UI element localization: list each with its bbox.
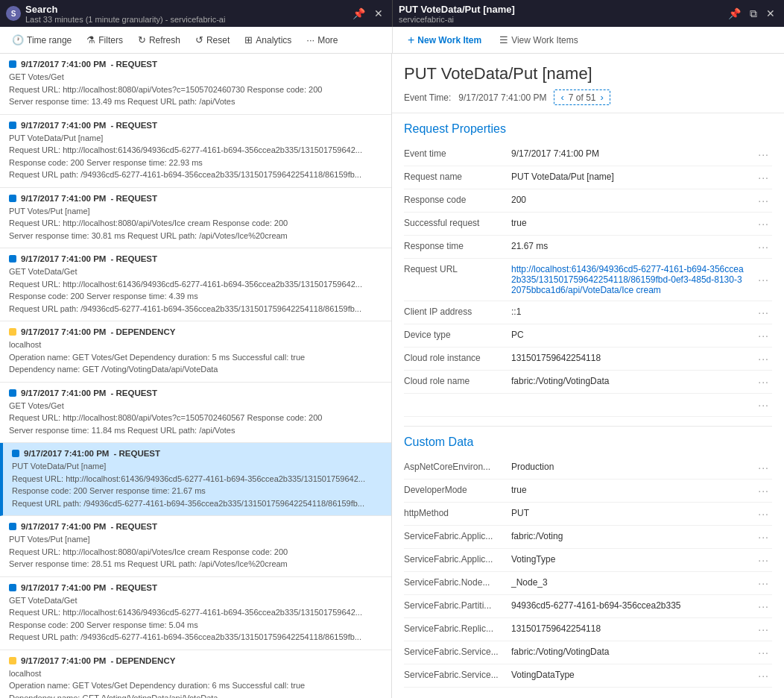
prop-menu-button[interactable]: ··· <box>758 148 769 160</box>
right-window-titlebar: PUT VoteData/Put [name] servicefabric-ai… <box>392 0 784 27</box>
prop-actions[interactable]: ··· <box>750 503 772 526</box>
prop-label: Request URL <box>404 259 508 301</box>
prop-actions[interactable]: ··· <box>750 664 772 688</box>
nav-next-button[interactable]: › <box>599 92 605 103</box>
prop-menu-button[interactable]: ··· <box>758 274 769 286</box>
prop-actions[interactable]: ··· <box>750 526 772 549</box>
item-timestamp: 9/17/2017 7:41:00 PM <box>21 254 106 263</box>
prop-label: ServiceFabric.Node... <box>404 572 508 595</box>
prop-actions[interactable]: ··· <box>750 213 772 236</box>
more-menu-button[interactable]: ··· <box>758 399 769 411</box>
prop-actions[interactable]: ··· <box>750 549 772 572</box>
left-window-title: Search <box>25 4 225 15</box>
reset-button[interactable]: ↺ Reset <box>189 31 235 48</box>
search-result-item[interactable]: 9/17/2017 7:41:00 PM - REQUEST PUT Votes… <box>0 188 391 249</box>
search-result-item[interactable]: 9/17/2017 7:41:00 PM - REQUEST GET Votes… <box>0 383 391 444</box>
prop-value-text: PUT <box>511 508 529 518</box>
prop-value-text: true <box>511 485 527 495</box>
prop-menu-button[interactable]: ··· <box>758 600 769 612</box>
prop-value: Production <box>508 456 750 480</box>
prop-actions[interactable]: ··· <box>750 595 772 618</box>
search-result-item[interactable]: 9/17/2017 7:41:00 PM - REQUEST GET Votes… <box>0 54 391 115</box>
more-button[interactable]: ··· More <box>300 31 344 48</box>
prop-actions[interactable]: ··· <box>750 572 772 595</box>
search-result-item[interactable]: 9/17/2017 7:41:00 PM - REQUEST GET VoteD… <box>0 248 391 321</box>
prop-actions[interactable]: ··· <box>750 189 772 213</box>
prop-label: Successful request <box>404 213 508 236</box>
prop-link[interactable]: http://localhost:61436/94936cd5-6277-416… <box>511 264 744 295</box>
prop-actions[interactable]: ··· <box>750 301 772 324</box>
prop-menu-button[interactable]: ··· <box>758 485 769 497</box>
item-badge <box>9 255 16 262</box>
prop-menu-button[interactable]: ··· <box>758 306 769 318</box>
prop-menu-button[interactable]: ··· <box>758 462 769 474</box>
prop-menu-button[interactable]: ··· <box>758 195 769 207</box>
prop-actions[interactable]: ··· <box>750 143 772 166</box>
item-line1: GET Votes/Get <box>9 71 382 84</box>
prop-actions[interactable]: ··· <box>750 456 772 480</box>
prop-actions[interactable]: ··· <box>750 348 772 371</box>
prop-menu-button[interactable]: ··· <box>758 376 769 388</box>
left-toolbar: 🕐 Time range ⚗ Filters ↻ Refresh ↺ Reset… <box>0 27 392 54</box>
time-range-button[interactable]: 🕐 Time range <box>6 31 78 48</box>
view-work-items-button[interactable]: ☰ View Work Items <box>493 31 584 48</box>
prop-label: Request name <box>404 166 508 189</box>
search-result-item[interactable]: 9/17/2017 7:41:00 PM - REQUEST PUT Votes… <box>0 516 391 577</box>
prop-label: ServiceFabric.Service... <box>404 641 508 664</box>
prop-value: true <box>508 213 750 236</box>
item-badge <box>9 195 16 202</box>
right-restore-button[interactable]: ⧉ <box>747 6 760 22</box>
right-pin-button[interactable]: 📌 <box>725 6 744 22</box>
search-result-item[interactable]: 9/17/2017 7:41:00 PM - REQUEST PUT VoteD… <box>0 115 391 188</box>
prop-row: ServiceFabric.Service... fabric:/Voting/… <box>404 641 772 664</box>
left-close-button[interactable]: ✕ <box>371 6 386 21</box>
refresh-button[interactable]: ↻ Refresh <box>132 31 186 48</box>
prop-menu-button[interactable]: ··· <box>758 554 769 566</box>
right-close-button[interactable]: ✕ <box>763 6 778 22</box>
item-line3: Response code: 200 Server response time:… <box>12 485 382 497</box>
search-result-item[interactable]: 9/17/2017 7:41:00 PM - REQUEST PUT VoteD… <box>0 443 391 516</box>
prop-value-text: true <box>511 218 527 228</box>
prop-menu-button[interactable]: ··· <box>758 353 769 365</box>
item-header: 9/17/2017 7:41:00 PM - REQUEST <box>9 583 382 592</box>
item-line3: Dependency name: GET /Voting/VotingData/… <box>9 363 382 376</box>
prop-value-text: _Node_3 <box>511 577 548 588</box>
prop-menu-button[interactable]: ··· <box>758 577 769 589</box>
prop-menu-button[interactable]: ··· <box>758 508 769 520</box>
prop-actions[interactable]: ··· <box>750 480 772 503</box>
prop-actions[interactable]: ··· <box>750 324 772 348</box>
prop-menu-button[interactable]: ··· <box>758 670 769 682</box>
search-result-item[interactable]: 9/17/2017 7:41:00 PM - DEPENDENCY localh… <box>0 321 391 383</box>
right-window-title: PUT VoteData/Put [name] <box>399 4 515 15</box>
analytics-button[interactable]: ⊞ Analytics <box>238 31 297 48</box>
prop-actions[interactable]: ··· <box>750 371 772 394</box>
prop-menu-button[interactable]: ··· <box>758 531 769 543</box>
prop-menu-button[interactable]: ··· <box>758 647 769 658</box>
prop-row: Client IP address ::1 ··· <box>404 301 772 324</box>
search-result-item[interactable]: 9/17/2017 7:41:00 PM - DEPENDENCY localh… <box>0 650 391 699</box>
prop-menu-button[interactable]: ··· <box>758 218 769 230</box>
new-work-item-button[interactable]: + New Work Item <box>402 31 487 50</box>
prop-menu-button[interactable]: ··· <box>758 623 769 635</box>
item-header: 9/17/2017 7:41:00 PM - REQUEST <box>9 254 382 263</box>
prop-value-text: 21.67 ms <box>511 241 548 251</box>
nav-prev-button[interactable]: ‹ <box>559 92 565 103</box>
ellipsis-icon: ··· <box>306 34 314 45</box>
prop-actions[interactable]: ··· <box>750 166 772 189</box>
search-result-item[interactable]: 9/17/2017 7:41:00 PM - REQUEST GET VoteD… <box>0 577 391 650</box>
prop-value: http://localhost:61436/94936cd5-6277-416… <box>508 259 750 301</box>
detail-panel: PUT VoteData/Put [name] Event Time: 9/17… <box>392 54 784 698</box>
prop-menu-button[interactable]: ··· <box>758 172 769 183</box>
prop-actions[interactable]: ··· <box>750 641 772 664</box>
item-type: - REQUEST <box>110 583 157 592</box>
prop-actions[interactable]: ··· <box>750 618 772 641</box>
prop-menu-button[interactable]: ··· <box>758 330 769 342</box>
item-line2: Request URL: http://localhost:61436/9493… <box>9 278 382 291</box>
prop-actions[interactable]: ··· <box>750 259 772 301</box>
left-pin-button[interactable]: 📌 <box>350 6 368 21</box>
prop-row: ServiceFabric.Applic... fabric:/Voting ·… <box>404 526 772 549</box>
prop-row: Request name PUT VoteData/Put [name] ··· <box>404 166 772 189</box>
filters-button[interactable]: ⚗ Filters <box>80 31 129 48</box>
prop-actions[interactable]: ··· <box>750 236 772 259</box>
prop-menu-button[interactable]: ··· <box>758 241 769 253</box>
